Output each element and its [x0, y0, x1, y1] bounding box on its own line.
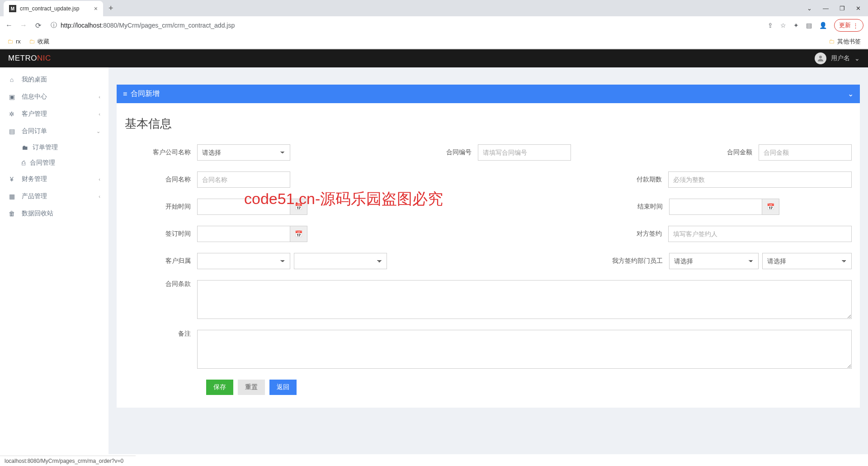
maximize-icon[interactable]: ❐ — [840, 5, 845, 12]
chevron-left-icon: ‹ — [99, 176, 100, 182]
minimize-icon[interactable]: — — [823, 5, 829, 12]
sidebar-item-info[interactable]: ▣ 信息中心 ‹ — [0, 88, 108, 105]
owner-select-1[interactable] — [197, 253, 290, 269]
company-select[interactable]: 请选择 — [197, 144, 290, 161]
folder-icon: 🗀 — [7, 38, 13, 45]
our-dept-label: 我方签约部门员工 — [597, 257, 669, 265]
sign-date-label: 签订时间 — [125, 230, 197, 238]
extensions-icon[interactable]: ✦ — [793, 22, 799, 29]
star-icon[interactable]: ☆ — [780, 22, 786, 29]
app-header: METRONIC 用户名 ⌄ — [0, 49, 868, 67]
form-row-5: 客户归属 我方签约部门员工 请选择 请选择 — [125, 253, 852, 269]
counter-sign-label: 对方签约 — [614, 230, 668, 238]
logo[interactable]: METRONIC — [8, 54, 51, 63]
new-tab-button[interactable]: + — [103, 4, 119, 13]
folder-icon: 🖿 — [22, 144, 28, 151]
end-label: 结束时间 — [615, 203, 669, 211]
browser-tab[interactable]: M crm_contract_update.jsp × — [4, 1, 103, 16]
chevron-down-icon[interactable]: ⌄ — [848, 90, 854, 98]
list-icon: ≡ — [123, 90, 127, 98]
our-dept-select[interactable]: 请选择 — [669, 253, 759, 269]
our-emp-select[interactable]: 请选择 — [762, 253, 852, 269]
share-icon[interactable]: ⇪ — [768, 22, 773, 29]
sidebar-item-desktop[interactable]: ⌂ 我的桌面 — [0, 71, 108, 88]
remark-label: 备注 — [125, 330, 197, 338]
back-icon[interactable]: ← — [5, 21, 14, 29]
sign-date-input[interactable] — [197, 226, 290, 242]
remark-textarea[interactable] — [197, 330, 852, 369]
close-window-icon[interactable]: ✕ — [856, 5, 861, 12]
panel: ≡ 合同新增 ⌄ 基本信息 客户公司名称 请选择 合同编号 合同金额 — [117, 85, 860, 408]
chevron-left-icon: ‹ — [99, 111, 100, 117]
trash-icon: 🗑 — [8, 210, 15, 217]
calendar-icon[interactable]: 📅 — [290, 226, 307, 242]
info-icon[interactable]: ⓘ — [51, 21, 57, 29]
terms-label: 合同条款 — [125, 280, 197, 288]
end-date-input[interactable] — [669, 199, 762, 215]
tab-title: crm_contract_update.jsp — [20, 5, 79, 12]
chevron-down-icon: ⌄ — [854, 55, 860, 62]
reload-icon[interactable]: ⟳ — [33, 21, 42, 30]
terms-textarea[interactable] — [197, 280, 852, 319]
url-bar[interactable]: ⓘ http://localhost:8080/MyCrm/pages_crm/… — [48, 21, 762, 29]
user-menu[interactable]: 用户名 ⌄ — [815, 52, 860, 64]
company-label: 客户公司名称 — [125, 148, 197, 157]
counter-sign-input[interactable] — [668, 226, 852, 242]
sidebar-item-finance[interactable]: ¥ 财务管理 ‹ — [0, 171, 108, 188]
bookmarks-bar: 🗀 rx 🗀 收藏 🗀 其他书签 — [0, 34, 868, 49]
chevron-left-icon: ‹ — [99, 194, 100, 199]
back-button[interactable]: 返回 — [269, 380, 297, 395]
periods-input[interactable] — [668, 171, 852, 188]
sidebar-item-customer[interactable]: ✲ 客户管理 ‹ — [0, 105, 108, 123]
contract-no-input[interactable] — [478, 144, 571, 161]
bookmark-other[interactable]: 🗀 其他书签 — [829, 38, 861, 46]
sign-date-group: 📅 — [197, 226, 307, 242]
calendar-icon[interactable]: 📅 — [290, 199, 307, 215]
grid-icon: ▦ — [8, 193, 15, 200]
owner-select-2[interactable] — [294, 253, 387, 269]
sidebar-item-contract[interactable]: ▤ 合同订单 ⌄ — [0, 123, 108, 140]
window-controls: ⌄ — ❐ ✕ — [800, 5, 868, 12]
sidebar-sub-contract[interactable]: ⎙ 合同管理 — [0, 155, 108, 171]
section-title: 基本信息 — [125, 116, 852, 132]
sidebar-item-product[interactable]: ▦ 产品管理 ‹ — [0, 188, 108, 205]
more-icon: ⋮ — [853, 22, 859, 29]
contract-no-label: 合同编号 — [424, 148, 478, 157]
amount-label: 合同金额 — [704, 148, 759, 157]
calendar-icon[interactable]: 📅 — [762, 199, 779, 215]
home-icon: ⌂ — [8, 76, 15, 83]
save-button[interactable]: 保存 — [206, 380, 233, 395]
tab-bar: M crm_contract_update.jsp × + ⌄ — ❐ ✕ — [0, 0, 868, 16]
nav-right: ⇪ ☆ ✦ ▤ 👤 更新 ⋮ — [768, 19, 863, 32]
contract-name-input[interactable] — [197, 171, 290, 188]
panel-header: ≡ 合同新增 ⌄ — [117, 85, 860, 103]
favicon: M — [9, 5, 16, 12]
folder-icon: 🗀 — [829, 38, 835, 45]
bookmark-rx[interactable]: 🗀 rx — [7, 38, 21, 45]
form-row-1: 客户公司名称 请选择 合同编号 合同金额 — [125, 144, 852, 161]
amount-input[interactable] — [759, 144, 852, 161]
panel-title: 合同新增 — [131, 89, 160, 99]
form-row-2: 合同名称 付款期数 — [125, 171, 852, 188]
sidebar-item-recycle[interactable]: 🗑 数据回收站 — [0, 205, 108, 222]
book-icon: ▤ — [8, 128, 15, 135]
print-icon: ⎙ — [22, 159, 25, 166]
nav-bar: ← → ⟳ ⓘ http://localhost:8080/MyCrm/page… — [0, 16, 868, 34]
update-button[interactable]: 更新 ⋮ — [834, 19, 863, 32]
chevron-left-icon: ‹ — [99, 94, 100, 100]
profile-icon[interactable]: 👤 — [819, 22, 827, 29]
chevron-down-icon[interactable]: ⌄ — [807, 5, 812, 12]
periods-label: 付款期数 — [614, 176, 668, 184]
button-row: 保存 重置 返回 — [206, 380, 852, 395]
forward-icon[interactable]: → — [19, 21, 28, 29]
sidebar-sub-order[interactable]: 🖿 订单管理 — [0, 140, 108, 155]
sidepanel-icon[interactable]: ▤ — [806, 22, 812, 29]
start-label: 开始时间 — [125, 203, 197, 211]
owner-label: 客户归属 — [125, 257, 197, 265]
bookmark-fav[interactable]: 🗀 收藏 — [29, 38, 49, 46]
sidebar: ⌂ 我的桌面 ▣ 信息中心 ‹ ✲ 客户管理 ‹ ▤ 合同订单 ⌄ 🖿 订单管理… — [0, 67, 108, 454]
reset-button[interactable]: 重置 — [238, 380, 265, 395]
start-date-input[interactable] — [197, 199, 290, 215]
close-icon[interactable]: × — [94, 5, 98, 12]
person-icon: ✲ — [8, 110, 15, 118]
